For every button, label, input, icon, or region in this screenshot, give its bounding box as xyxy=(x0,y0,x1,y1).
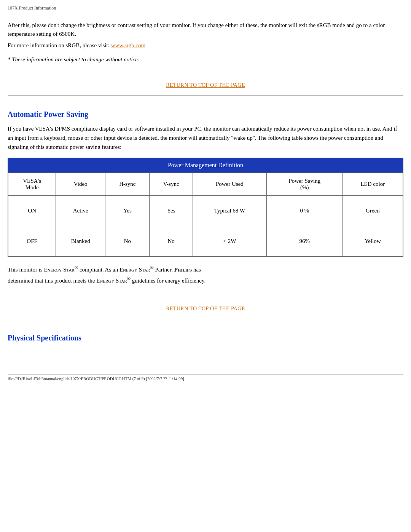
breadcrumb: 107X Product Information xyxy=(8,4,403,14)
cell-hsync: No xyxy=(105,226,150,257)
col-header-video: Video xyxy=(56,173,105,196)
col-header-hsync: H-sync xyxy=(105,173,150,196)
auto-power-title: Automatic Power Saving xyxy=(8,110,403,119)
cell-vsync: Yes xyxy=(150,196,193,226)
cell-vesa-mode: ON xyxy=(8,196,56,226)
return-to-top-link-1[interactable]: RETURN TO TOP OF THE PAGE xyxy=(166,82,245,88)
table-row: ONActiveYesYesTypical 68 W0 %Green xyxy=(8,196,403,226)
table-header-row: VESA'sMode Video H-sync V-sync Power Use… xyxy=(8,173,403,196)
col-header-vsync: V-sync xyxy=(150,173,193,196)
footer-status-bar: file:///D|/Rita/LF3/lf3manual/english/10… xyxy=(8,374,403,381)
table-row: OFFBlankedNoNo< 2W96%Yellow xyxy=(8,226,403,257)
cell-led-color: Green xyxy=(342,196,403,226)
return-to-top-2: RETURN TO TOP OF THE PAGE xyxy=(8,305,403,312)
intro-para2: For more information on sRGB, please vis… xyxy=(8,41,403,50)
cell-vsync: No xyxy=(150,226,193,257)
cell-power-saving: 96% xyxy=(267,226,343,257)
cell-hsync: Yes xyxy=(105,196,150,226)
energy-star-3: Energy Star xyxy=(96,278,127,284)
divider-1 xyxy=(8,95,403,96)
cell-vesa-mode: OFF xyxy=(8,226,56,257)
cell-power-saving: 0 % xyxy=(267,196,343,226)
cell-power-used: < 2W xyxy=(193,226,266,257)
physical-specs-title: Physical Specifications xyxy=(8,334,403,342)
col-header-power-used: Power Used xyxy=(193,173,266,196)
energy-star-paragraph: This monitor is Energy Star® compliant. … xyxy=(8,264,403,286)
intro-para1: After this, please don't change the brig… xyxy=(8,21,403,38)
cell-power-used: Typical 68 W xyxy=(193,196,266,226)
srgb-link[interactable]: www.srgb.com xyxy=(111,42,145,48)
col-header-vesa-mode: VESA'sMode xyxy=(8,173,56,196)
table-title: Power Management Definition xyxy=(8,158,403,173)
return-to-top-1: RETURN TO TOP OF THE PAGE xyxy=(8,82,403,88)
energy-star-2: Energy Star xyxy=(119,267,150,273)
return-to-top-link-2[interactable]: RETURN TO TOP OF THE PAGE xyxy=(166,306,245,312)
auto-power-description: If you have VESA's DPMS compliance displ… xyxy=(8,124,403,152)
power-management-table: VESA'sMode Video H-sync V-sync Power Use… xyxy=(8,173,403,257)
col-header-led-color: LED color xyxy=(342,173,403,196)
cell-video: Active xyxy=(56,196,105,226)
physical-specs-section: Physical Specifications xyxy=(8,326,403,351)
change-notice: * These information are subject to chang… xyxy=(8,55,403,64)
cell-video: Blanked xyxy=(56,226,105,257)
energy-star-1: Energy Star xyxy=(44,267,74,273)
power-table-wrapper: Power Management Definition VESA'sMode V… xyxy=(8,158,403,257)
divider-2 xyxy=(8,319,403,319)
col-header-power-saving: Power Saving(%) xyxy=(267,173,343,196)
cell-led-color: Yellow xyxy=(342,226,403,257)
philips-label: Philips xyxy=(174,267,192,273)
